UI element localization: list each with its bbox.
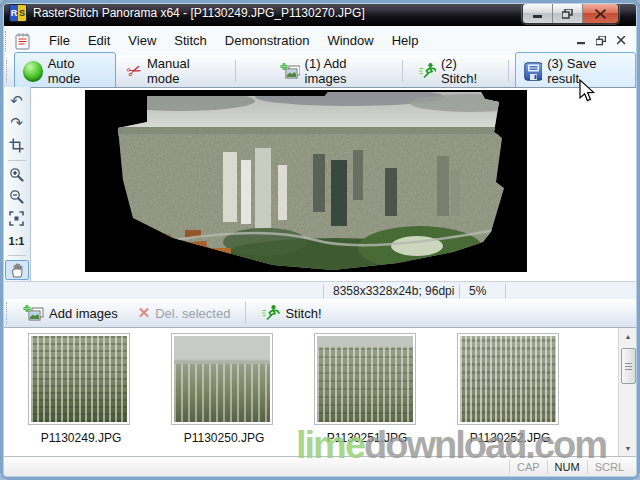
zoom-level: 5% — [469, 284, 486, 298]
thumbnail-item[interactable]: P1130251.JPG — [314, 333, 420, 445]
crop-icon — [9, 138, 24, 153]
add-images-list-button[interactable]: Add images — [14, 300, 127, 326]
zoom-out-icon — [9, 189, 24, 204]
rotate-right-button[interactable]: ↷ — [5, 113, 29, 133]
mdi-restore-button[interactable] — [593, 34, 609, 48]
thumbnail-image — [31, 336, 127, 422]
toolbar-separator — [508, 60, 509, 82]
thumbnail-item[interactable]: P1130249.JPG — [28, 333, 134, 445]
actual-size-button[interactable]: 1:1 — [5, 231, 29, 251]
app-window: R S RasterStitch Panorama x64 - [P113024… — [0, 0, 640, 480]
close-button[interactable] — [583, 4, 618, 23]
manual-mode-button[interactable]: ✂ Manual mode — [118, 52, 230, 90]
thumbnail-filename: P1130250.JPG — [171, 431, 277, 445]
thumbnail-filename: P1130252.JPG — [457, 431, 563, 445]
add-images-icon — [280, 62, 300, 80]
stitch-label: (2) Stitch! — [441, 56, 493, 86]
image-dimensions: 8358x3328x24b; 96dpi — [333, 284, 454, 298]
stitch-runner-icon — [261, 304, 280, 322]
green-ball-icon — [23, 61, 43, 82]
minimize-icon — [533, 9, 543, 18]
stitch-list-label: Stitch! — [285, 306, 321, 321]
thumbnail-border — [28, 333, 130, 425]
save-result-label: (3) Save result — [547, 56, 627, 86]
panorama-preview[interactable] — [85, 90, 527, 272]
menu-window[interactable]: Window — [318, 29, 382, 52]
thumbnail-image — [317, 336, 413, 422]
add-images-label: (1) Add images — [305, 56, 388, 86]
thumbnail-item[interactable]: P1130252.JPG — [457, 333, 563, 445]
scroll-down-button[interactable]: ▼ — [619, 440, 637, 456]
rotate-left-button[interactable]: ↶ — [5, 91, 29, 111]
sidebar-separator — [8, 255, 26, 256]
add-images-button[interactable]: (1) Add images — [271, 52, 396, 90]
caption-buttons — [522, 3, 619, 24]
zoom-in-button[interactable] — [5, 164, 29, 184]
app-icon: R S — [9, 4, 27, 22]
status-divider — [323, 284, 324, 298]
delete-selected-button[interactable]: ✕ Del. selected — [129, 300, 240, 326]
stitch-button[interactable]: (2) Stitch! — [409, 52, 502, 90]
rotate-right-icon: ↷ — [10, 114, 23, 132]
toolbar-separator — [235, 60, 236, 82]
thumbnail-border — [314, 333, 416, 425]
thumbnail-image — [460, 336, 556, 422]
menu-demonstration[interactable]: Demonstration — [216, 29, 319, 52]
mdi-close-button[interactable] — [613, 34, 629, 48]
thumbnail-filename: P1130249.JPG — [28, 431, 134, 445]
thumbnail-border — [457, 333, 559, 425]
pan-hand-button[interactable] — [5, 260, 29, 280]
toolbar-grip — [6, 302, 10, 324]
scissors-icon: ✂ — [124, 60, 144, 82]
toolbar-separator — [402, 60, 403, 82]
toolbar-separator — [245, 302, 246, 324]
maximize-restore-button[interactable] — [553, 4, 583, 23]
menu-stitch[interactable]: Stitch — [165, 29, 216, 52]
stitch-list-button[interactable]: Stitch! — [252, 300, 330, 326]
rotate-left-icon: ↶ — [10, 92, 23, 110]
delete-selected-label: Del. selected — [155, 306, 230, 321]
menu-edit[interactable]: Edit — [79, 29, 119, 52]
crop-button[interactable] — [5, 135, 29, 155]
scroll-down-icon: ▼ — [625, 445, 632, 452]
menu-help[interactable]: Help — [383, 29, 428, 52]
tools-sidebar: ↶ ↷ 1:1 — [3, 87, 31, 281]
stitch-runner-icon — [418, 62, 436, 80]
mdi-close-icon — [617, 36, 626, 45]
scrollbar-thumb[interactable] — [621, 348, 636, 384]
auto-mode-label: Auto mode — [48, 56, 107, 86]
menu-file[interactable]: File — [40, 29, 79, 52]
preview-status-bar: 8358x3328x24b; 96dpi 5% — [3, 281, 637, 300]
app-icon-right: S — [18, 5, 26, 21]
menu-view[interactable]: View — [119, 29, 165, 52]
window-title: RasterStitch Panorama x64 - [P1130249.JP… — [33, 6, 365, 20]
save-result-button[interactable]: (3) Save result — [515, 52, 636, 90]
app-icon-left: R — [10, 5, 18, 21]
num-lock-indicator: NUM — [547, 460, 587, 474]
mdi-window-controls — [573, 34, 637, 48]
document-icon — [14, 32, 32, 50]
toolbar-grip — [6, 60, 10, 82]
mdi-minimize-button[interactable] — [573, 34, 589, 48]
status-divider — [459, 284, 460, 298]
thumbnail-image — [174, 336, 270, 422]
auto-mode-button[interactable]: Auto mode — [14, 52, 116, 90]
title-bar[interactable]: R S RasterStitch Panorama x64 - [P113024… — [0, 0, 640, 26]
thumbnail-scrollbar[interactable]: ▲ ▼ — [618, 328, 637, 456]
scroll-up-button[interactable]: ▲ — [619, 328, 637, 344]
thumbnail-filename: P1130251.JPG — [314, 431, 420, 445]
thumbnail-item[interactable]: P1130250.JPG — [171, 333, 277, 445]
actual-size-label: 1:1 — [9, 235, 25, 247]
images-toolbar: Add images ✕ Del. selected Stitch! — [3, 299, 637, 328]
scroll-lock-indicator: SCRL — [587, 460, 631, 474]
zoom-in-icon — [9, 167, 24, 182]
scroll-up-icon: ▲ — [625, 333, 632, 340]
minimize-button[interactable] — [523, 4, 553, 23]
fit-to-window-button[interactable] — [5, 209, 29, 229]
restore-icon — [562, 9, 573, 19]
thumbnail-border — [171, 333, 273, 425]
status-bar: CAP NUM SCRL — [3, 457, 637, 477]
zoom-out-button[interactable] — [5, 187, 29, 207]
caps-lock-indicator: CAP — [509, 460, 547, 474]
mdi-minimize-icon — [577, 36, 586, 45]
